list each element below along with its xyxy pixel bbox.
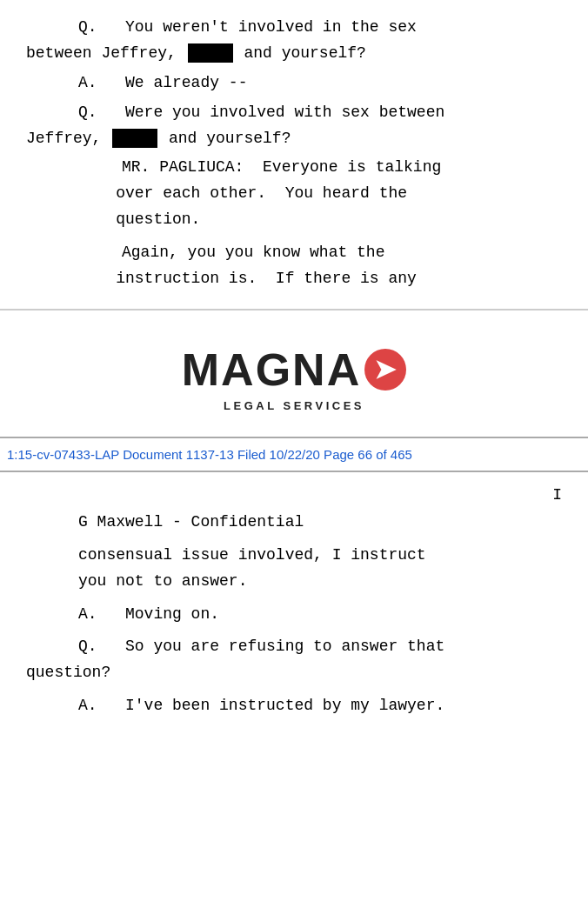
confidential-label: G Maxwell - Confidential (78, 511, 562, 535)
magna-text: MAGNA (182, 344, 361, 396)
magna-sub-text: Legal Services (224, 399, 364, 412)
line-10-text: instruction is. If there is any (78, 270, 417, 287)
line-8-text: question. (78, 210, 200, 228)
line-7-text: over each other. You heard the (78, 184, 407, 202)
bottom-line-1: consensual issue involved, I instruct (26, 544, 562, 568)
line-7: over each other. You heard the (26, 182, 562, 206)
speaker-a1: A. We already -- (78, 74, 247, 91)
redacted-name-1 (188, 43, 233, 63)
line-4: Q. Were you involved with sex between (26, 101, 562, 125)
bottom-line-4: Q. So you are refusing to answer that (26, 635, 562, 659)
line-9: Again, you you know what the (26, 241, 562, 265)
line-5: Jeffrey, and yourself? (26, 127, 562, 151)
bottom-line-3: A. Moving on. (26, 603, 562, 627)
speaker-a3: A. I've been instructed by my lawyer. (78, 697, 444, 714)
header-text: 1:15-cv-07433-LAP Document 1137-13 Filed… (7, 447, 412, 462)
bottom-line-2: you not to answer. (26, 570, 562, 594)
bottom-line-6: A. I've been instructed by my lawyer. (26, 694, 562, 718)
speaker-q3: Q. So you are refusing to answer that (78, 638, 444, 655)
magna-arrow-icon: ➤ (364, 349, 406, 391)
speaker-pagliuca: MR. PAGLIUCA: Everyone is talking (122, 158, 441, 176)
top-transcript-section: Q. You weren't involved in the sex betwe… (0, 0, 588, 310)
line-10: instruction is. If there is any (26, 267, 562, 291)
bottom-transcript-section: I G Maxwell - Confidential consensual is… (0, 472, 588, 734)
document-header: 1:15-cv-07433-LAP Document 1137-13 Filed… (0, 438, 588, 472)
redacted-name-2 (112, 129, 157, 148)
line-8: question. (26, 208, 562, 232)
speaker-q2: Q. Were you involved with sex between (78, 103, 444, 121)
magna-logo-section: MAGNA➤ Legal Services (0, 310, 588, 438)
page-marker: I (26, 486, 562, 504)
bottom-line-5: question? (26, 661, 562, 685)
speaker-a2: A. Moving on. (78, 605, 219, 623)
speaker-q1: Q. You weren't involved in the sex (78, 18, 417, 36)
line-6: MR. PAGLIUCA: Everyone is talking (26, 156, 562, 180)
line-2: between Jeffrey, and yourself? (26, 42, 562, 66)
magna-logo: MAGNA➤ (182, 344, 406, 396)
line-1: Q. You weren't involved in the sex (26, 16, 562, 40)
line-3: A. We already -- (26, 71, 562, 96)
line-9-text: Again, you you know what the (122, 244, 384, 261)
